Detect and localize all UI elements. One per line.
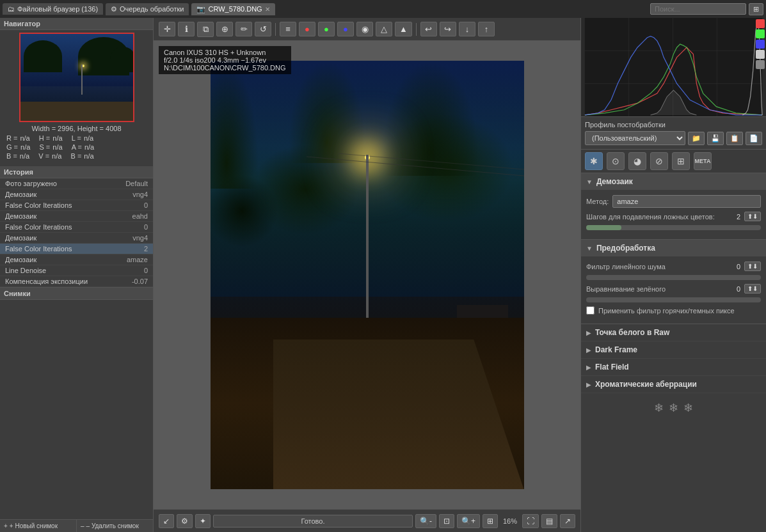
zoom-in-button[interactable]: 🔍+ <box>457 514 480 528</box>
zoom-percent-label: 16% <box>500 517 520 525</box>
r-value: n/a <box>20 134 29 142</box>
zoom-fit-button[interactable]: ⊡ <box>439 514 454 528</box>
white-point-item[interactable]: ▶ Точка белого в Raw <box>581 324 766 341</box>
bottom-btn-3[interactable]: ✦ <box>195 514 211 528</box>
history-item-2[interactable]: False Color Iterations 0 <box>0 200 153 211</box>
search-input[interactable] <box>650 3 746 15</box>
tab-queue[interactable]: ⚙ Очередь обработки <box>106 3 189 15</box>
hist-luminance-button[interactable] <box>756 50 765 59</box>
preprocess-section-header[interactable]: ▼ Предобработка <box>581 240 766 256</box>
tab-filebrowser[interactable]: 🗂 Файловый браузер (136) <box>3 3 103 15</box>
demosaic-section-header[interactable]: ▼ Демозаик <box>581 173 766 190</box>
export-button[interactable]: ↗ <box>560 514 575 528</box>
crop-tool-button[interactable]: ✛ <box>159 22 175 36</box>
info-tool-button[interactable]: ℹ <box>178 22 195 36</box>
preprocess-arrow-icon: ▼ <box>586 245 593 252</box>
b-label: B = <box>6 152 17 160</box>
filebrowser-icon: 🗂 <box>8 5 15 13</box>
history-item-3[interactable]: Демозаик eahd <box>0 211 153 222</box>
module-meta-icon[interactable]: META <box>694 152 712 170</box>
hist-red-button[interactable] <box>756 19 765 28</box>
tab-queue-label: Очередь обработки <box>120 5 184 13</box>
b-value: n/a <box>20 152 29 160</box>
layout-toggle-button[interactable]: ⊞ <box>749 3 763 15</box>
profile-new-button[interactable]: 📄 <box>746 132 762 145</box>
v-label: V = <box>38 152 49 160</box>
hot-pixels-checkbox[interactable] <box>586 306 594 315</box>
color-dot-green-button[interactable]: ● <box>318 22 335 36</box>
history-list: Фото загружено Default Демозаик vng4 Fal… <box>0 178 153 287</box>
down-button[interactable]: ↓ <box>459 22 475 36</box>
profile-section: Профиль постобработки (Пользовательский)… <box>581 117 766 150</box>
queue-icon: ⚙ <box>111 5 117 13</box>
line-denoise-slider[interactable] <box>586 275 761 280</box>
rotate-tool-button[interactable]: ↺ <box>255 22 271 36</box>
forward-button[interactable]: ↪ <box>440 22 456 36</box>
history-item-5[interactable]: Демозаик vng4 <box>0 233 153 244</box>
color-dot-red-button[interactable]: ● <box>299 22 315 36</box>
b2-value: n/a <box>84 152 93 160</box>
hist-blue-button[interactable] <box>756 40 765 49</box>
navigator-thumbnail[interactable] <box>19 33 134 122</box>
filmstrip-button[interactable]: ▤ <box>541 514 557 528</box>
hist-combined-button[interactable] <box>756 60 765 69</box>
bottom-btn-1[interactable]: ↙ <box>159 514 174 528</box>
preprocess-section: ▼ Предобработка Фильтр линейного шума 0 … <box>581 240 766 324</box>
add-tool-button[interactable]: ⊕ <box>216 22 233 36</box>
circle-button[interactable]: ◉ <box>356 22 373 36</box>
false-color-slider[interactable] <box>586 225 761 230</box>
profile-save-button[interactable]: 💾 <box>707 132 724 145</box>
delete-snapshot-button[interactable]: – – Удалить снимок <box>77 520 153 532</box>
history-item-6[interactable]: False Color Iterations 2 <box>0 244 153 254</box>
image-area[interactable]: Canon IXUS 310 HS + Unknown f/2.0 1/4s i… <box>154 41 580 509</box>
flat-field-item[interactable]: ▶ Flat Field <box>581 359 766 376</box>
fullscreen-button[interactable]: ⛶ <box>522 514 539 528</box>
tab-image[interactable]: 📷 CRW_5780.DNG ✕ <box>191 3 275 15</box>
profile-copy-button[interactable]: 📋 <box>726 132 743 145</box>
green-eq-slider[interactable] <box>586 297 761 302</box>
s-label: S = <box>39 143 50 151</box>
history-item-8[interactable]: Line Denoise 0 <box>0 265 153 276</box>
history-item-1[interactable]: Демозаик vng4 <box>0 189 153 200</box>
method-input[interactable] <box>612 195 761 208</box>
lamp-pole <box>366 155 369 326</box>
module-lens-icon[interactable]: ⊙ <box>607 152 625 170</box>
back-button[interactable]: ↩ <box>420 22 437 36</box>
up-button[interactable]: ↑ <box>478 22 495 36</box>
line-denoise-row: Фильтр линейного шума 0 ⬆⬇ <box>586 262 761 271</box>
zoom-out-button[interactable]: 🔍- <box>415 514 436 528</box>
h-label: H = <box>39 134 50 142</box>
close-tab-button[interactable]: ✕ <box>265 6 270 13</box>
lines-button[interactable]: ≡ <box>280 22 296 36</box>
hist-green-button[interactable] <box>756 29 765 38</box>
module-color-icon[interactable]: ◕ <box>628 152 646 170</box>
history-item-4[interactable]: False Color Iterations 0 <box>0 222 153 233</box>
chromatic-item[interactable]: ▶ Хроматические аберрации <box>581 376 766 393</box>
line-denoise-spinner[interactable]: ⬆⬇ <box>744 262 761 271</box>
warn2-button[interactable]: ▲ <box>395 22 412 36</box>
green-eq-spinner[interactable]: ⬆⬇ <box>744 284 761 293</box>
toolbar-separator-2 <box>416 23 417 36</box>
color-dot-blue-button[interactable]: ● <box>337 22 354 36</box>
module-corrections-icon[interactable]: ⊘ <box>650 152 668 170</box>
copy-tool-button[interactable]: ⧉ <box>197 22 214 37</box>
profile-select[interactable]: (Пользовательский) <box>585 131 685 145</box>
new-snapshot-button[interactable]: + + Новый снимок <box>0 520 77 532</box>
history-item-9[interactable]: Компенсация экспозиции -0.07 <box>0 276 153 287</box>
false-color-spinner[interactable]: ⬆⬇ <box>744 212 761 221</box>
warn1-button[interactable]: △ <box>376 22 392 36</box>
edit-tool-button[interactable]: ✏ <box>235 22 252 36</box>
center-panel: ✛ ℹ ⧉ ⊕ ✏ ↺ ≡ ● ● ● ◉ △ ▲ ↩ ↪ ↓ ↑ Canon … <box>154 18 580 532</box>
history-item-7[interactable]: Демозаик amaze <box>0 254 153 265</box>
module-raw-icon[interactable]: ✱ <box>585 152 603 170</box>
snowflake-icon-3: ❄ <box>683 401 693 415</box>
bottom-btn-2[interactable]: ⚙ <box>177 514 193 528</box>
zoom-1to1-button[interactable]: ⊞ <box>483 514 498 528</box>
hot-pixels-label: Применить фильтр горячих/темных пиксе <box>598 307 735 315</box>
green-eq-row: Выравнивание зелёного 0 ⬆⬇ <box>586 284 761 293</box>
history-item-0[interactable]: Фото загружено Default <box>0 178 153 189</box>
profile-open-button[interactable]: 📁 <box>688 132 705 145</box>
module-sharpen-icon[interactable]: ⊞ <box>672 152 690 170</box>
dark-frame-item[interactable]: ▶ Dark Frame <box>581 341 766 359</box>
green-eq-label: Выравнивание зелёного <box>586 285 724 293</box>
